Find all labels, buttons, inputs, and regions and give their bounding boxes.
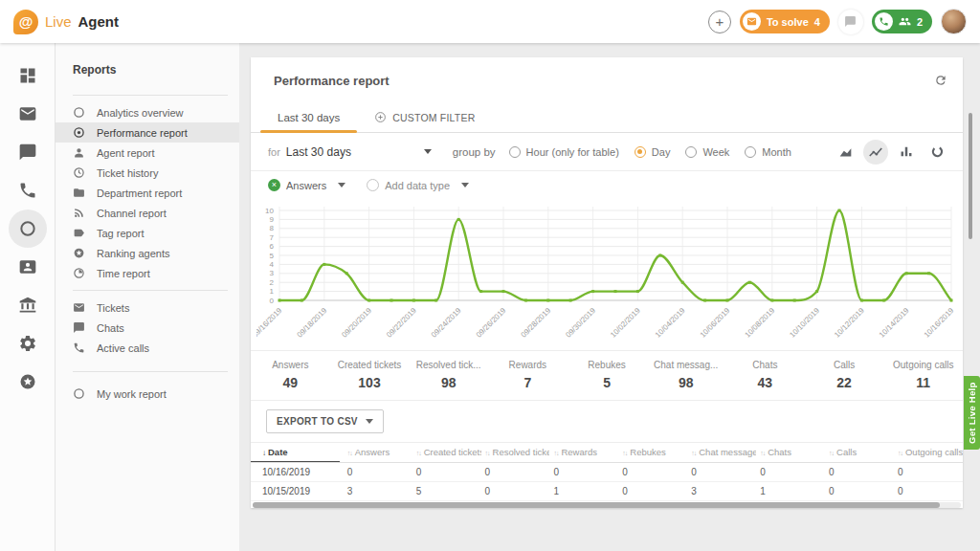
radio-month[interactable]: Month xyxy=(745,146,791,158)
sidebar-item-tickets[interactable]: Tickets xyxy=(56,298,239,318)
person-icon xyxy=(73,146,85,159)
series-chip-answers[interactable]: × Answers xyxy=(268,179,345,191)
stat-rewards: Rewards7 xyxy=(488,360,568,390)
svg-text:09/26/2019: 09/26/2019 xyxy=(475,306,508,340)
online-count: 2 xyxy=(917,16,923,28)
sidebar-item-label: Channel report xyxy=(97,208,167,219)
bank-nav[interactable] xyxy=(9,286,47,324)
sidebar-item-time-report[interactable]: Time report xyxy=(56,263,239,283)
radio-hour[interactable]: Hour (only for table) xyxy=(509,146,619,158)
stats-row: Answers49 Created tickets103 Resolved ti… xyxy=(251,350,963,401)
calls-nav[interactable] xyxy=(9,171,47,209)
column-header-outgoing-calls[interactable]: ↑↓Outgoing calls xyxy=(894,443,963,463)
time-icon xyxy=(73,267,85,279)
sidebar-title: Reports xyxy=(56,55,239,88)
column-header-created-tickets[interactable]: ↑↓Created tickets xyxy=(412,443,481,463)
column-header-chats[interactable]: ↑↓Chats xyxy=(756,443,825,463)
column-header-chat-messages[interactable]: ↑↓Chat messages xyxy=(687,443,756,463)
sidebar-item-tag-report[interactable]: Tag report xyxy=(56,223,239,243)
dashboard-nav[interactable] xyxy=(9,56,47,95)
scrollbar-thumb[interactable] xyxy=(253,502,940,508)
sidebar-item-chats[interactable]: Chats xyxy=(56,318,239,338)
column-header-rewards[interactable]: ↑↓Rewards xyxy=(549,443,618,463)
sidebar-item-my-work-report[interactable]: My work report xyxy=(56,384,239,404)
star-circle-icon xyxy=(73,247,85,259)
sidebar-item-performance-report[interactable]: Performance report xyxy=(56,122,239,143)
app-root: @ LiveAgent + To solve 4 2 xyxy=(0,0,980,551)
svg-text:10/16/2019: 10/16/2019 xyxy=(923,306,956,340)
area-chart-button[interactable] xyxy=(833,140,858,165)
logo[interactable]: @ LiveAgent xyxy=(13,10,119,34)
column-header-date[interactable]: ↓Date xyxy=(251,443,344,463)
sidebar-item-label: Analytics overview xyxy=(97,107,183,119)
user-avatar[interactable] xyxy=(941,9,967,34)
add-button[interactable]: + xyxy=(708,11,731,33)
radio-icon xyxy=(509,146,521,158)
sidebar-item-ticket-history[interactable]: Ticket history xyxy=(56,163,239,183)
plus-circle-icon xyxy=(374,111,387,123)
sort-icon: ↑↓ xyxy=(347,450,352,456)
donut-chart-button[interactable] xyxy=(924,140,949,165)
svg-text:10/02/2019: 10/02/2019 xyxy=(609,306,642,340)
to-solve-button[interactable]: To solve 4 xyxy=(740,10,830,33)
horizontal-scrollbar[interactable] xyxy=(253,502,961,508)
date-range-value: Last 30 days xyxy=(286,145,351,159)
bar-chart-button[interactable] xyxy=(894,140,919,165)
topbar-actions: + To solve 4 2 xyxy=(708,9,967,34)
column-header-answers[interactable]: ↑↓Answers xyxy=(344,443,412,463)
calls-button[interactable]: 2 xyxy=(872,10,932,33)
sidebar-item-department-report[interactable]: Department report xyxy=(56,183,239,203)
table-header-row: ↓Date ↑↓Answers ↑↓Created tickets ↑↓Reso… xyxy=(251,443,963,463)
sidebar-item-agent-report[interactable]: Agent report xyxy=(56,143,239,163)
main-content: Performance report Last 30 days CUSTOM F… xyxy=(239,43,980,551)
sidebar-item-label: Tickets xyxy=(97,302,129,314)
date-range-select[interactable]: Last 30 days xyxy=(280,145,432,159)
chevron-down-icon xyxy=(338,183,345,187)
add-data-type-label: Add data type xyxy=(385,180,450,191)
chat-icon xyxy=(844,15,857,28)
svg-text:9: 9 xyxy=(270,215,275,224)
get-live-help-button[interactable]: Get Live Help xyxy=(964,376,980,450)
circle-icon xyxy=(73,106,85,119)
sort-desc-icon: ↓ xyxy=(262,449,265,457)
sidebar-item-active-calls[interactable]: Active calls xyxy=(56,338,239,358)
radio-day[interactable]: Day xyxy=(635,146,671,158)
chats-nav[interactable] xyxy=(9,133,47,171)
radio-selected-icon xyxy=(635,146,646,158)
export-csv-button[interactable]: EXPORT TO CSV xyxy=(266,409,384,433)
tickets-nav[interactable] xyxy=(9,95,47,133)
phone-icon xyxy=(73,342,85,354)
radio-label: Hour (only for table) xyxy=(526,146,619,158)
chats-button[interactable] xyxy=(838,10,863,34)
vertical-scrollbar[interactable] xyxy=(969,113,972,239)
tab-custom-filter[interactable]: CUSTOM FILTER xyxy=(357,103,492,132)
sort-icon: ↑↓ xyxy=(829,450,834,456)
history-icon xyxy=(73,166,85,179)
reports-nav[interactable] xyxy=(9,209,47,248)
contacts-nav[interactable] xyxy=(9,248,47,286)
line-chart-button[interactable] xyxy=(863,140,888,165)
stat-answers: Answers49 xyxy=(251,360,330,390)
column-header-calls[interactable]: ↑↓Calls xyxy=(825,443,894,463)
sort-icon: ↑↓ xyxy=(622,450,627,456)
add-data-type[interactable]: Add data type xyxy=(367,179,469,191)
radio-week[interactable]: Week xyxy=(685,146,729,158)
stat-resolved-tickets: Resolved tick...98 xyxy=(409,360,488,390)
svg-text:09/16/2019: 09/16/2019 xyxy=(256,306,284,340)
sidebar-item-analytics-overview[interactable]: Analytics overview xyxy=(56,102,239,122)
svg-text:09/20/2019: 09/20/2019 xyxy=(340,306,373,340)
icon-rail xyxy=(0,43,56,551)
sidebar-item-channel-report[interactable]: Channel report xyxy=(56,203,239,223)
sidebar-item-ranking-agents[interactable]: Ranking agents xyxy=(56,243,239,263)
sort-icon: ↑↓ xyxy=(416,450,421,456)
column-header-rebukes[interactable]: ↑↓Rebukes xyxy=(618,443,687,463)
tag-icon xyxy=(73,227,85,239)
tab-last-30-days[interactable]: Last 30 days xyxy=(260,103,357,132)
logo-bubble-icon: @ xyxy=(13,10,38,34)
star-badge-nav[interactable] xyxy=(9,363,47,401)
column-header-resolved-tickets[interactable]: ↑↓Resolved tickets xyxy=(481,443,550,463)
chevron-down-icon xyxy=(461,183,469,187)
settings-nav[interactable] xyxy=(9,324,47,363)
refresh-button[interactable] xyxy=(934,74,947,90)
svg-text:4: 4 xyxy=(270,260,275,269)
